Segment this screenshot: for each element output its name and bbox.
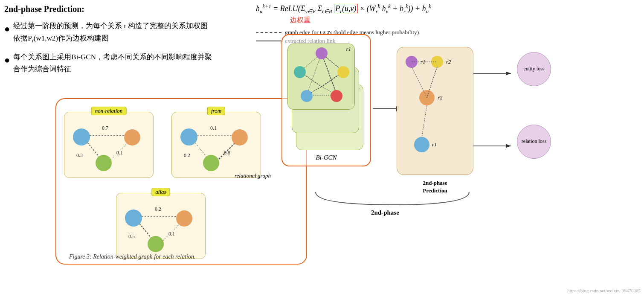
bullet-text-1: 经过第一阶段的预测，为每个关系 r 构造了完整的关系加权图依据Pr(w1,w2)… [13,20,213,45]
edge-label-05-alias: 0.5 [128,233,135,240]
bullet-item-1: ● 经过第一阶段的预测，为每个关系 r 构造了完整的关系加权图依据Pr(w1,w… [4,20,213,45]
node-green-alias [148,236,164,252]
svg-line-13 [322,53,337,95]
node-blue-from [180,128,197,146]
node-blue-bigcn [301,90,313,102]
edge-label-02-alias: 0.2 [155,206,161,212]
edge-label-01-from: 0.1 [210,125,217,131]
section-title: 2nd-phase Prediction: [4,4,213,14]
node-orange-from [232,129,248,146]
node-blue-alias [125,210,142,227]
node-yellow-bigcn [337,66,349,78]
node-purple-bigcn [316,47,328,59]
edge-label-08-from: 0.8 [224,150,230,156]
svg-line-24 [427,67,437,98]
pred-edges-svg [397,47,474,175]
svg-line-23 [412,67,427,98]
edge-label-07: 0.7 [102,125,108,131]
edge-label-01-nr: 0.1 [116,150,123,156]
arrow-relation-loss [473,141,516,151]
formula-block: huk+1 = ReLU(Σv∈V Σr∈R Pr(u,v) × (Wrk hv… [256,3,640,15]
legend-solid-line [256,41,281,41]
edge-weight-label: 边权重 [290,16,640,25]
non-relation-graph: non-relation 0.7 0.3 0.1 [64,112,154,178]
alias-graph: alias 0.2 0.5 0.1 [116,193,206,259]
entity-loss-label: entity loss [523,66,544,73]
graph-layer-front: r1 [287,44,355,110]
arrow-entity-loss [473,68,516,79]
relation-loss-box: relation loss [517,125,551,159]
bullet-dot-2: ● [4,52,10,68]
node-red-bigcn [331,90,342,102]
phase-label: 2nd-phase [371,209,399,216]
edge-label-01-alias: 0.1 [168,231,175,237]
node-teal-bigcn [294,66,306,78]
entity-loss-box: entity loss [517,52,551,86]
from-graph: from 0.1 0.2 0.8 [171,112,261,178]
brace-svg [311,188,473,209]
formula-text: huk+1 = ReLU(Σv∈V Σr∈R Pr(u,v) × (Wrk hv… [256,4,431,13]
edge-label-02-from: 0.2 [184,152,190,159]
svg-line-25 [422,105,427,137]
node-green-from [203,155,219,171]
node-blue-nr [73,128,90,146]
node-orange-alias [176,210,192,227]
formula-highlight: Pr(u,v) [334,4,357,13]
node-orange-nr [124,129,140,146]
diagram-area: non-relation 0.7 0.3 0.1 [55,43,640,282]
watermark: https://blog.csdn.net/weixin_39470065 [567,288,641,293]
bullet-dot-1: ● [4,21,10,37]
edge-label-03: 0.3 [76,152,83,159]
prediction-box: r1 r2 r2 r1 [397,47,473,175]
node-green-nr [96,155,112,171]
page-container: 2nd-phase Prediction: ● 经过第一阶段的预测，为每个关系 … [0,0,644,294]
orange-box: non-relation 0.7 0.3 0.1 [55,98,307,265]
bigcn-label: Bi-GCN [282,154,370,161]
relation-loss-label: relation loss [522,138,546,145]
bigcn-box: r3 r2 r1 [281,34,371,166]
relational-graph-label: relational graph [235,172,271,179]
figure-caption: Figure 3: Relation-weighted graph for ea… [69,253,195,260]
legend-dotted-line [256,32,281,33]
